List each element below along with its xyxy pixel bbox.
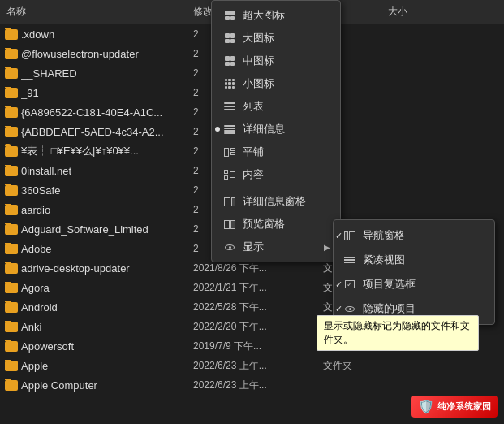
menu-item-label: 内容 — [243, 167, 264, 182]
file-name: Anki — [21, 321, 41, 333]
content-icon — [222, 167, 238, 183]
header-name[interactable]: 名称 — [0, 3, 187, 20]
folder-icon — [5, 68, 18, 79]
folder-icon — [5, 107, 18, 118]
submenu-label: 紧凑视图 — [363, 253, 405, 267]
folder-icon — [5, 283, 18, 293]
submenu: ✓ 导航窗格 紧凑视图 ✓ ✓ 项目复选框 ✓ 隐藏的项目 — [333, 219, 495, 325]
file-row[interactable]: Apple Computer 2022/6/23 上午... — [0, 375, 504, 395]
medium-icon — [222, 53, 238, 69]
file-name: ¥表┆ □¥E¥¥么|¥↑¥0¥¥... — [21, 144, 139, 158]
file-name: Adguard_Software_Limited — [21, 223, 149, 236]
small-icon — [222, 76, 238, 92]
file-name-cell: Anki — [0, 321, 187, 333]
file-name-cell: Android — [0, 301, 187, 314]
file-name-cell: .xdown — [0, 28, 187, 41]
menu-item-small-icon[interactable]: 小图标 — [212, 72, 340, 95]
menu-item-label: 详细信息 — [243, 122, 285, 136]
hidden-items-icon — [342, 301, 358, 317]
file-name-cell: Apowersoft — [0, 340, 187, 353]
file-date: 2019/7/9 下午... — [187, 340, 317, 353]
file-name-cell: ¥表┆ □¥E¥¥么|¥↑¥0¥¥... — [0, 144, 187, 158]
file-name-cell: Adobe — [0, 243, 187, 255]
menu-item-extra-large-icon[interactable]: 超大图标 — [212, 4, 340, 27]
large-icon — [222, 30, 238, 46]
menu-item-label: 显示 — [243, 240, 264, 254]
file-name: aardio — [21, 204, 50, 216]
details-pane-icon — [222, 193, 238, 210]
submenu-item-nav-pane[interactable]: ✓ 导航窗格 — [334, 223, 494, 248]
folder-icon — [5, 380, 18, 391]
file-date: 2022/6/23 上午... — [187, 359, 317, 373]
file-name: _91 — [21, 87, 39, 99]
file-name: {6A896522-C181-40E4-A1C... — [21, 106, 162, 119]
file-row[interactable]: Apple 2022/6/23 上午... 文件夹 — [0, 356, 504, 375]
menu-divider — [212, 188, 340, 188]
tiles-icon — [222, 144, 238, 160]
file-name: .xdown — [21, 28, 54, 41]
menu-item-list[interactable]: 列表 — [212, 95, 340, 118]
file-name: __SHARED — [21, 67, 77, 80]
file-name-cell: {ABBDEAEF-5AED-4c34-A2... — [0, 126, 187, 138]
folder-icon — [5, 88, 18, 98]
file-name-cell: adrive-desktop-updater — [0, 262, 187, 275]
folder-icon — [5, 146, 18, 157]
nav-pane-icon — [342, 227, 358, 244]
extra-large-icon — [222, 7, 238, 24]
file-name-cell: 0install.net — [0, 165, 187, 177]
menu-item-content[interactable]: 内容 — [212, 163, 340, 186]
file-name-cell: @flowuselectron-updater — [0, 48, 187, 60]
file-name: @flowuselectron-updater — [21, 48, 139, 60]
file-name-cell: __SHARED — [0, 67, 187, 80]
header-size[interactable]: 大小 — [381, 3, 504, 20]
file-name-cell: _91 — [0, 87, 187, 99]
menu-item-details[interactable]: 详细信息 — [212, 118, 340, 141]
file-date: 2022/5/28 下午... — [187, 301, 317, 314]
menu-item-show[interactable]: 显示 ▶ — [212, 236, 340, 258]
folder-icon — [5, 244, 18, 254]
submenu-label: 项目复选框 — [363, 277, 416, 292]
file-name-cell: Apple — [0, 360, 187, 372]
submenu-item-compact-view[interactable]: 紧凑视图 — [334, 248, 494, 272]
file-date: 2022/1/21 下午... — [187, 281, 317, 295]
file-name: 360Safe — [21, 184, 60, 197]
submenu-item-item-checkbox[interactable]: ✓ ✓ 项目复选框 — [334, 272, 494, 296]
watermark-badge: 🛡️ 纯净系统家园 — [411, 396, 498, 418]
menu-item-label: 中图标 — [243, 54, 274, 68]
submenu-label: 导航窗格 — [363, 228, 405, 243]
folder-icon — [5, 224, 18, 235]
menu-item-medium-icon[interactable]: 中图标 — [212, 50, 340, 72]
menu-item-preview-pane[interactable]: 预览窗格 — [212, 213, 340, 236]
check-indicator — [215, 127, 220, 132]
file-name: adrive-desktop-updater — [21, 262, 130, 275]
menu-item-label: 超大图标 — [243, 8, 285, 23]
menu-item-label: 大图标 — [243, 31, 274, 45]
menu-item-label: 列表 — [243, 99, 264, 114]
folder-icon — [5, 185, 18, 196]
tooltip: 显示或隐藏标记为隐藏的文件和文件夹。 — [317, 315, 479, 351]
folder-icon — [5, 127, 18, 137]
menu-item-tiles[interactable]: 平铺 — [212, 141, 340, 163]
show-icon — [222, 239, 238, 255]
menu-item-label: 平铺 — [243, 145, 264, 159]
list-icon — [222, 98, 238, 115]
submenu-label: 隐藏的项目 — [363, 301, 416, 316]
menu-item-large-icon[interactable]: 大图标 — [212, 27, 340, 50]
file-name: Apple Computer — [21, 379, 97, 392]
file-name: Agora — [21, 282, 50, 294]
file-date: 2022/2/20 下午... — [187, 320, 317, 334]
menu-item-label: 预览窗格 — [243, 217, 285, 231]
menu-item-details-pane[interactable]: 详细信息窗格 — [212, 190, 340, 213]
folder-icon — [5, 205, 18, 215]
folder-icon — [5, 302, 18, 313]
folder-icon — [5, 49, 18, 59]
menu-item-label: 详细信息窗格 — [243, 194, 306, 209]
file-name: Android — [21, 301, 58, 314]
preview-pane-icon — [222, 216, 238, 232]
context-menu: 超大图标 大图标 中图标 小图标 列表 详细信息 平铺 内容 — [211, 0, 341, 262]
file-name-cell: aardio — [0, 204, 187, 216]
folder-icon — [5, 166, 18, 176]
details-icon — [222, 121, 238, 137]
file-name-cell: Adguard_Software_Limited — [0, 223, 187, 236]
folder-icon — [5, 341, 18, 352]
